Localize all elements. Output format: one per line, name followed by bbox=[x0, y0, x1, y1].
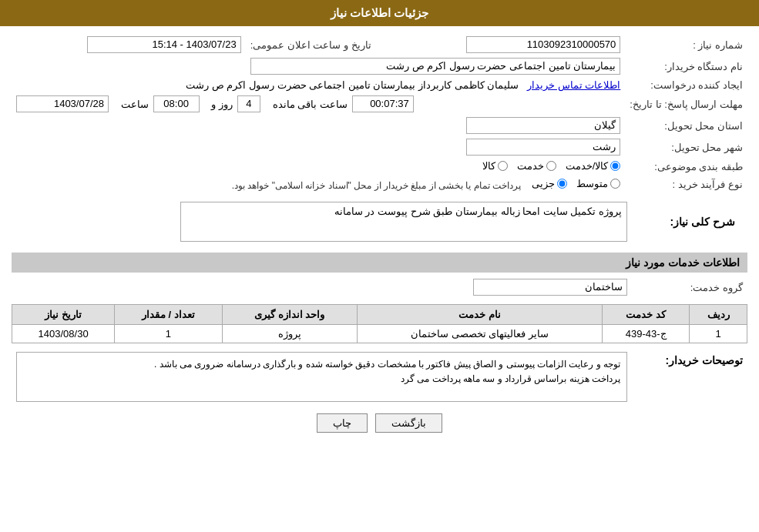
group-value: ساختمان bbox=[12, 276, 632, 298]
sharh-value-cell: پروژه تکمیل سایت امحا زباله بیمارستان طب… bbox=[12, 199, 632, 246]
nooe-note: پرداخت تمام یا بخشی از مبلغ خریدار از مح… bbox=[232, 180, 521, 191]
ijad-value: اطلاعات تماس خریدار سلیمان کاظمی کاربردا… bbox=[12, 77, 625, 93]
cell-code: ج-43-439 bbox=[603, 325, 690, 343]
mohlat-rooz-display: 4 bbox=[237, 95, 260, 112]
radio-kala-khedmat-label: کالا/خدمت bbox=[566, 160, 609, 172]
radio-kala-input[interactable] bbox=[498, 161, 508, 171]
tarikh-value: 1403/07/23 - 15:14 bbox=[12, 34, 246, 55]
radio-jozi[interactable]: جزیی bbox=[532, 178, 567, 189]
col-tarikh: تاریخ نیاز bbox=[12, 305, 115, 325]
mohlat-baqi-label: ساعت باقی مانده bbox=[273, 99, 348, 110]
dastgah-label: نام دستگاه خریدار: bbox=[625, 55, 747, 77]
col-count: تعداد / مقدار bbox=[115, 305, 222, 325]
cell-radif: 1 bbox=[690, 325, 747, 343]
mohlat-saat-label: ساعت bbox=[121, 99, 149, 110]
radio-kala[interactable]: کالا bbox=[482, 160, 508, 172]
services-table: ردیف کد خدمت نام خدمت واحد اندازه گیری ت… bbox=[12, 304, 747, 343]
basic-info-table: شماره نیاز : 1103092310000570 تاریخ و سا… bbox=[12, 34, 747, 193]
sharh-table: شرح کلی نیاز: پروژه تکمیل سایت امحا زبال… bbox=[12, 199, 747, 246]
tosih-value-cell: توجه و رعایت الزامات پیوستی و الصاق پیش … bbox=[12, 350, 632, 404]
ijad-display: سلیمان کاظمی کاربرداز بیمارستان تامین اج… bbox=[186, 79, 519, 91]
radio-kala-label: کالا bbox=[482, 160, 495, 172]
tosih-label: توصیحات خریدار: bbox=[665, 354, 743, 366]
page-wrapper: جزئیات اطلاعات نیاز شماره نیاز : 1103092… bbox=[0, 0, 759, 532]
radio-khedmat-input[interactable] bbox=[546, 161, 556, 171]
ijad-link[interactable]: اطلاعات تماس خریدار bbox=[527, 79, 620, 91]
ostan-display: گیلان bbox=[466, 117, 620, 134]
buttons-row: بازگشت چاپ bbox=[12, 413, 747, 433]
group-table: گروه خدمت: ساختمان bbox=[12, 276, 747, 298]
shahr-label: شهر محل تحویل: bbox=[625, 136, 747, 158]
group-label: گروه خدمت: bbox=[632, 276, 747, 298]
print-button[interactable]: چاپ bbox=[317, 413, 368, 433]
radio-khedmat[interactable]: خدمت bbox=[517, 160, 556, 172]
cell-name: سایر فعالیتهای تخصصی ساختمان bbox=[358, 325, 603, 343]
services-section-header: اطلاعات خدمات مورد نیاز bbox=[12, 253, 747, 273]
cell-count: 1 bbox=[115, 325, 222, 343]
radio-kala-khedmat-input[interactable] bbox=[610, 161, 620, 171]
shahr-display: رشت bbox=[466, 139, 620, 156]
tarikh-display: 1403/07/23 - 15:14 bbox=[87, 36, 241, 53]
radio-motavaset-input[interactable] bbox=[610, 179, 620, 189]
dastgah-value: بیمارستان تامین اجتماعی حضرت رسول اکرم ص… bbox=[12, 55, 625, 77]
col-code: کد خدمت bbox=[603, 305, 690, 325]
content-area: شماره نیاز : 1103092310000570 تاریخ و سا… bbox=[0, 26, 759, 450]
nooe-options: متوسط جزیی پرداخت تمام یا بخشی از مبلغ خ… bbox=[12, 176, 625, 193]
mohlat-rooz-label: روز و bbox=[211, 99, 233, 110]
radio-jozi-label: جزیی bbox=[532, 178, 555, 189]
radio-motavaset[interactable]: متوسط bbox=[576, 178, 620, 189]
niaz-number-label: شماره نیاز : bbox=[625, 34, 747, 55]
ijad-label: ایجاد کننده درخواست: bbox=[625, 77, 747, 93]
page-title: جزئیات اطلاعات نیاز bbox=[331, 6, 428, 19]
table-row: 1 ج-43-439 سایر فعالیتهای تخصصی ساختمان … bbox=[12, 325, 747, 343]
cell-tarikh: 1403/08/30 bbox=[12, 325, 115, 343]
mohlat-baqi-display: 00:07:37 bbox=[352, 95, 414, 112]
radio-kala-khedmat[interactable]: کالا/خدمت bbox=[566, 160, 621, 172]
nooe-label: نوع فرآیند خرید : bbox=[625, 176, 747, 193]
ostan-label: استان محل تحویل: bbox=[625, 115, 747, 136]
radio-motavaset-label: متوسط bbox=[576, 178, 608, 189]
col-radif: ردیف bbox=[690, 305, 747, 325]
cell-unit: پروژه bbox=[222, 325, 358, 343]
page-header: جزئیات اطلاعات نیاز bbox=[0, 0, 759, 26]
tosih-table: توصیحات خریدار: توجه و رعایت الزامات پیو… bbox=[12, 350, 747, 404]
ostan-value: گیلان bbox=[12, 115, 625, 136]
shahr-value: رشت bbox=[12, 136, 625, 158]
tabaqe-label: طبقه بندی موضوعی: bbox=[625, 158, 747, 176]
col-name: نام خدمت bbox=[358, 305, 603, 325]
dastgah-display: بیمارستان تامین اجتماعی حضرت رسول اکرم ص… bbox=[250, 58, 620, 75]
mohlat-date-display: 1403/07/28 bbox=[16, 95, 109, 112]
mohlat-row: 00:07:37 ساعت باقی مانده 4 روز و 08:00 س… bbox=[12, 93, 625, 115]
col-unit: واحد اندازه گیری bbox=[222, 305, 358, 325]
radio-khedmat-label: خدمت bbox=[517, 160, 544, 172]
niaz-number-value: 1103092310000570 bbox=[391, 34, 626, 55]
group-display: ساختمان bbox=[473, 279, 627, 296]
back-button[interactable]: بازگشت bbox=[375, 413, 442, 433]
tarikh-label: تاریخ و ساعت اعلان عمومی: bbox=[246, 34, 376, 55]
niaz-number-display: 1103092310000570 bbox=[466, 36, 620, 53]
tosih-display: توجه و رعایت الزامات پیوستی و الصاق پیش … bbox=[16, 352, 627, 402]
mohlat-saat-display: 08:00 bbox=[153, 95, 200, 112]
sharh-label: شرح کلی نیاز: bbox=[663, 212, 743, 232]
tabaqe-options: کالا/خدمت خدمت کالا bbox=[12, 158, 625, 176]
mohlat-label: مهلت ارسال پاسخ: تا تاریخ: bbox=[625, 93, 747, 115]
sharh-textarea[interactable]: پروژه تکمیل سایت امحا زباله بیمارستان طب… bbox=[180, 202, 627, 242]
radio-jozi-input[interactable] bbox=[557, 179, 567, 189]
